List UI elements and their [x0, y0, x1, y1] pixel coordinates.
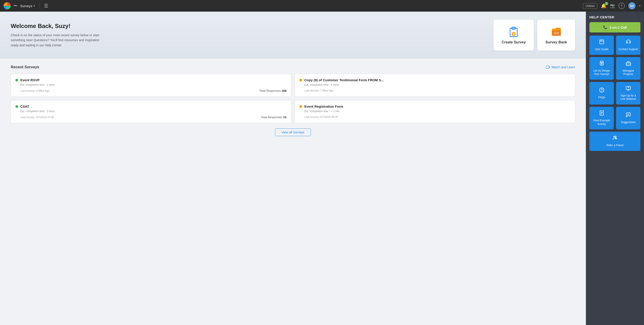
- help-tile-label-headset: Contact Support: [618, 48, 638, 51]
- survey-completion-time: Est. completion time : 2 mins: [20, 83, 286, 86]
- surveys-header: Recent Surveys Watch and Learn: [11, 65, 575, 69]
- survey-card[interactable]: Event RSVPEst. completion time : 2 minsL…: [11, 74, 291, 97]
- survey-last-access: Last Access: 5/7/2019 06:45: [304, 116, 338, 119]
- nav-divider: [39, 3, 40, 9]
- survey-responses: Total Responses 13: [261, 116, 286, 119]
- watch-learn-link[interactable]: Watch and Learn: [546, 65, 575, 69]
- survey-name: Event Registration Form: [304, 105, 343, 108]
- svg-rect-8: [546, 66, 549, 69]
- create-survey-icon: [508, 26, 520, 38]
- hero-actions: Create Survey Survey Bank: [494, 20, 575, 51]
- call-label: 1-on-1 Call: [610, 26, 627, 29]
- recent-surveys-title: Recent Surveys: [11, 65, 39, 69]
- survey-card[interactable]: CSATEst. completion time : 2 minsLast Ac…: [11, 100, 291, 123]
- help-tile-suggestions[interactable]: Suggestions: [616, 107, 640, 129]
- help-panel: HELP CENTER 📞 1-on-1 Call User GuideCont…: [586, 12, 644, 325]
- survey-last-access: Last Access: 4 Mins Ago: [20, 89, 50, 92]
- help-tiles-grid: User GuideContact SupportLet Us Design Y…: [590, 36, 640, 151]
- svg-point-6: [554, 32, 556, 35]
- svg-point-28: [615, 136, 616, 137]
- view-all-wrap: View all Surveys: [11, 129, 575, 136]
- surveys-nav[interactable]: Surveys ▾: [20, 4, 35, 8]
- surveys-grid: Event RSVPEst. completion time : 2 minsL…: [11, 74, 575, 123]
- camera-icon[interactable]: 📷: [610, 3, 615, 8]
- help-tile-label-refer: Refer a Friend: [606, 144, 624, 147]
- view-all-surveys-button[interactable]: View all Surveys: [275, 129, 311, 136]
- hero-text: Welcome Back, Suzy! Check in on the stat…: [11, 23, 484, 48]
- webinar-icon: [626, 86, 631, 92]
- help-tile-label-design: Let Us Design Your Survey!: [592, 69, 612, 76]
- help-tile-headset[interactable]: Contact Support: [616, 36, 640, 55]
- survey-completion-time: Est. completion time : 2 mins: [20, 110, 286, 113]
- help-tile-label-book: User Guide: [595, 48, 608, 51]
- video-icon: [546, 66, 550, 69]
- surveys-section: Recent Surveys Watch and Learn Event RSV…: [0, 59, 586, 325]
- status-dot: [300, 79, 302, 82]
- survey-bank-label: Survey Bank: [546, 40, 567, 44]
- help-tile-survey-example[interactable]: View Example Survey: [590, 107, 614, 129]
- refer-icon: [612, 135, 618, 142]
- help-center-title: HELP CENTER: [590, 15, 640, 19]
- surveys-nav-label: Surveys: [20, 4, 32, 8]
- top-navigation: 〜 Surveys ▾ ☰ Utilities 🔔 2 📷 ? SV ▾: [0, 0, 644, 12]
- chart-icon: 〜: [14, 3, 18, 9]
- create-survey-label: Create Survey: [502, 40, 526, 44]
- help-tile-design[interactable]: Let Us Design Your Survey!: [590, 57, 614, 80]
- status-dot: [16, 79, 18, 82]
- question-icon: [599, 87, 604, 94]
- design-icon: [599, 61, 604, 67]
- help-tile-label-question: FAQs: [598, 96, 605, 99]
- utilities-button[interactable]: Utilities: [583, 3, 597, 9]
- call-button[interactable]: 📞 1-on-1 Call: [590, 22, 640, 33]
- survey-example-icon: [599, 110, 604, 117]
- help-tile-webinar[interactable]: Sign Up for a Live Webinar: [616, 82, 640, 105]
- survey-name: CSAT: [20, 105, 29, 108]
- main-area: Welcome Back, Suzy! Check in on the stat…: [0, 12, 644, 325]
- help-tile-label-briefcase: Managed Projects: [618, 69, 638, 76]
- help-tile-question[interactable]: FAQs: [590, 82, 614, 105]
- hero-section: Welcome Back, Suzy! Check in on the stat…: [0, 12, 586, 59]
- help-tile-label-suggestions: Suggestions: [621, 121, 636, 124]
- survey-completion-time: Est. completion time : < 1 min: [304, 110, 570, 113]
- briefcase-icon: [626, 61, 631, 67]
- surveys-chevron-icon: ▾: [34, 4, 35, 8]
- status-dot: [300, 105, 302, 108]
- watch-learn-label: Watch and Learn: [552, 65, 575, 69]
- menu-icon[interactable]: ☰: [44, 3, 48, 9]
- survey-card[interactable]: Copy (9) of Customer Testimonial Form FR…: [295, 74, 575, 97]
- headset-icon: [626, 39, 631, 46]
- app-logo: [4, 2, 11, 10]
- help-button[interactable]: ?: [618, 3, 625, 9]
- help-tile-briefcase[interactable]: Managed Projects: [616, 57, 640, 80]
- survey-name: Copy (9) of Customer Testimonial Form FR…: [304, 78, 384, 82]
- hero-title: Welcome Back, Suzy!: [11, 23, 484, 30]
- help-tile-label-webinar: Sign Up for a Live Webinar: [618, 94, 638, 101]
- svg-point-7: [556, 32, 559, 35]
- survey-bank-card[interactable]: Survey Bank: [537, 20, 575, 51]
- help-tile-refer[interactable]: Refer a Friend: [590, 132, 640, 151]
- svg-rect-10: [600, 40, 604, 44]
- book-icon: [599, 39, 604, 46]
- avatar-chevron-icon[interactable]: ▾: [639, 4, 640, 8]
- survey-last-access: Last Access: 7 Mins Ago: [304, 89, 334, 92]
- survey-completion-time: Est. completion time : 4 mins: [304, 83, 570, 86]
- help-tile-label-survey-example: View Example Survey: [592, 119, 612, 126]
- survey-card[interactable]: Event Registration FormEst. completion t…: [295, 100, 575, 123]
- status-dot: [16, 105, 18, 108]
- notification-bell[interactable]: 🔔 2: [601, 3, 606, 9]
- survey-name: Event RSVP: [20, 78, 40, 82]
- avatar[interactable]: SV: [628, 2, 636, 10]
- phone-icon: 📞: [603, 25, 607, 29]
- notification-badge: 2: [605, 2, 608, 5]
- create-survey-card[interactable]: Create Survey: [494, 20, 534, 51]
- suggestions-icon: [626, 112, 631, 119]
- hero-description: Check in on the status of your most rece…: [11, 33, 105, 48]
- content-area: Welcome Back, Suzy! Check in on the stat…: [0, 12, 586, 325]
- survey-bank-icon: [550, 26, 562, 38]
- help-tile-book[interactable]: User Guide: [590, 36, 614, 55]
- survey-last-access: Last Access: 5/7/2019 07:06: [20, 116, 54, 119]
- survey-responses: Total Responses 168: [260, 89, 286, 92]
